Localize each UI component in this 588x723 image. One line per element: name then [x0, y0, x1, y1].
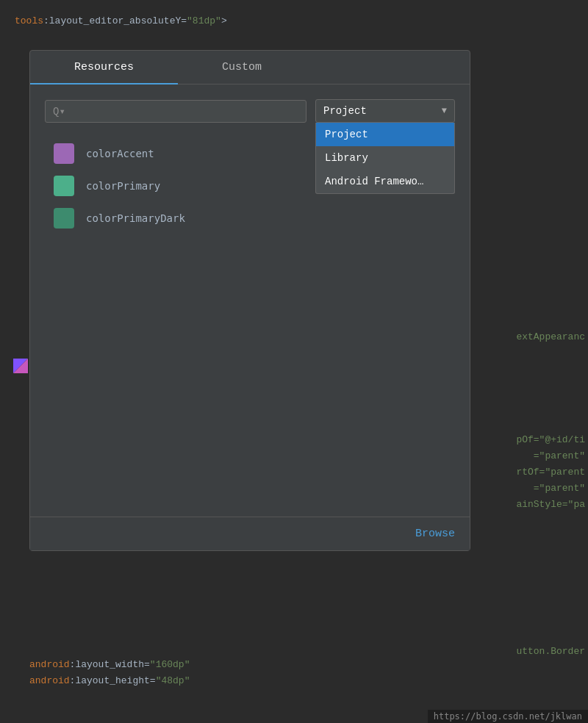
kotlin-icon — [13, 359, 28, 373]
dropdown-button[interactable]: Project ▼ — [315, 99, 455, 123]
right-code-3: ="parent" — [534, 448, 588, 464]
dropdown-item-android-framework[interactable]: Android Framewo… — [316, 170, 454, 193]
tab-custom[interactable]: Custom — [178, 51, 306, 84]
right-code-2: pOf="@+id/ti — [516, 432, 588, 448]
right-code-1: extAppearanc — [516, 329, 588, 345]
color-swatch-primary-dark — [54, 208, 74, 229]
panel-footer: Browse — [30, 517, 470, 550]
search-wrapper: Q▾ — [45, 100, 306, 123]
dropdown-menu: Project Library Android Framewo… — [315, 123, 455, 194]
right-code-4: rtOf="parent — [516, 464, 588, 481]
chevron-down-icon: ▼ — [442, 106, 447, 116]
dropdown-item-project[interactable]: Project — [316, 123, 454, 146]
color-swatch-primary — [54, 176, 74, 196]
controls-row: Q▾ Project ▼ Project Library Android Fra… — [45, 99, 455, 123]
color-name-accent: colorAccent — [86, 148, 154, 159]
color-name-primary: colorPrimary — [86, 180, 160, 192]
color-swatch-accent — [54, 143, 74, 164]
panel-content: Q▾ Project ▼ Project Library Android Fra… — [30, 84, 470, 252]
search-input[interactable] — [68, 106, 298, 117]
right-code-6: ainStyle="pa — [516, 497, 588, 513]
url-bar: https://blog.csdn.net/jklwan — [428, 710, 588, 723]
search-icon: Q▾ — [53, 105, 65, 118]
color-name-primary-dark: colorPrimaryDark — [86, 212, 185, 224]
dropdown-selected-label: Project — [323, 105, 367, 117]
tab-resources[interactable]: Resources — [30, 51, 178, 84]
dropdown-item-library[interactable]: Library — [316, 146, 454, 170]
browse-button[interactable]: Browse — [415, 528, 455, 540]
right-code-5: ="parent" — [534, 481, 588, 497]
tabs-bar: Resources Custom — [30, 51, 470, 84]
dropdown-wrapper: Project ▼ Project Library Android Framew… — [315, 99, 455, 123]
list-item[interactable]: colorPrimaryDark — [45, 202, 455, 234]
dialog-panel: Resources Custom Q▾ Project ▼ Project — [29, 50, 470, 551]
bottom-code-width: android:layout_width="160dp" android:lay… — [0, 657, 588, 697]
